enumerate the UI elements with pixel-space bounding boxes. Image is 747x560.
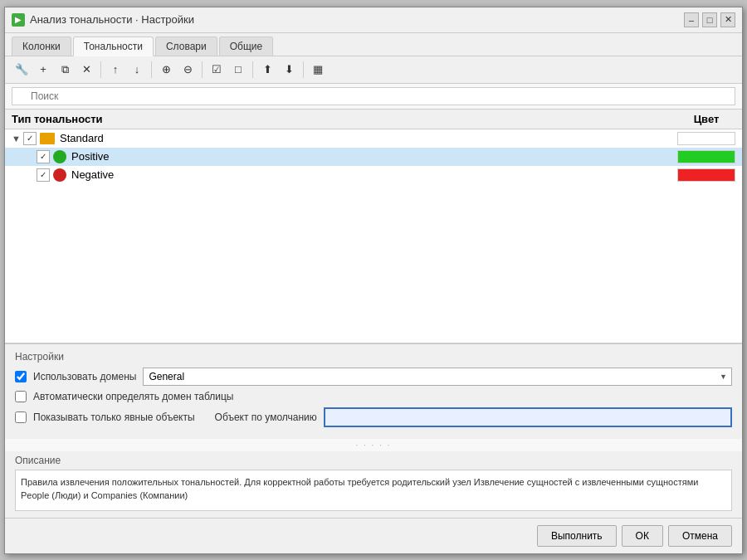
tab-content: 🔧 + ⧉ ✕ ↑ ↓ ⊕ ⊖ ☑ □ ⬆ ⬇ ▦ 🔍: [5, 56, 742, 553]
tool-import2-button[interactable]: ⊖: [178, 60, 198, 80]
default-object-input[interactable]: <general evaluation>: [324, 407, 732, 427]
tool-import1-button[interactable]: ⊕: [156, 60, 176, 80]
tool-add-button[interactable]: +: [33, 60, 53, 80]
footer: Выполнить ОК Отмена: [5, 518, 742, 553]
tab-tones[interactable]: Тональности: [73, 37, 154, 56]
toolbar-separator-3: [202, 61, 203, 78]
maximize-button[interactable]: □: [702, 12, 717, 27]
tree-row-standard[interactable]: ▼ Standard: [5, 129, 742, 148]
toolbar-separator-5: [303, 61, 304, 78]
color-negative: [677, 168, 735, 182]
tool-down-button[interactable]: ↓: [127, 60, 147, 80]
auto-detect-label: Автоматически определять домен таблицы: [33, 391, 233, 402]
auto-detect-checkbox[interactable]: [15, 391, 27, 402]
tree-header-name: Тип тональности: [12, 113, 677, 125]
tab-general[interactable]: Общие: [219, 37, 273, 56]
cancel-button[interactable]: Отмена: [668, 525, 732, 547]
tree-header-color: Цвет: [677, 113, 735, 125]
tab-columns[interactable]: Колонки: [12, 37, 71, 56]
toolbar-separator-2: [151, 61, 152, 78]
tool-grid-button[interactable]: ▦: [308, 60, 328, 80]
color-standard: [677, 132, 735, 145]
dots-separator: · · · · ·: [5, 439, 742, 451]
settings-title: Настройки: [15, 351, 732, 363]
execute-button[interactable]: Выполнить: [537, 525, 617, 547]
tool-upload-button[interactable]: ⬆: [257, 60, 277, 80]
color-positive: [677, 150, 735, 163]
label-standard: Standard: [60, 132, 677, 144]
icon-positive: [53, 150, 66, 163]
domain-select-wrap: General Finance Sports Technology: [143, 368, 732, 386]
tree-row-negative[interactable]: Negative: [5, 166, 742, 184]
show-explicit-label: Показывать только явные объекты: [33, 411, 195, 423]
search-bar: 🔍: [5, 84, 742, 110]
window-title: Анализ тональности · Настройки: [30, 13, 679, 26]
minimize-button[interactable]: –: [684, 12, 699, 27]
main-window: ▶ Анализ тональности · Настройки – □ ✕ К…: [4, 7, 743, 554]
checkbox-positive[interactable]: [37, 150, 50, 163]
use-domains-row: Использовать домены General Finance Spor…: [15, 368, 732, 386]
expand-arrow-standard[interactable]: ▼: [12, 134, 23, 144]
tab-bar: Колонки Тональности Словари Общие: [5, 33, 742, 56]
show-explicit-row: Показывать только явные объекты Объект п…: [15, 407, 732, 427]
tool-square-button[interactable]: □: [228, 60, 248, 80]
app-icon: ▶: [12, 13, 25, 27]
show-explicit-checkbox[interactable]: [15, 411, 27, 423]
tool-copy-button[interactable]: ⧉: [55, 60, 75, 80]
description-panel: Описание Правила извлечения положительны…: [5, 451, 742, 518]
ok-button[interactable]: ОК: [622, 525, 663, 547]
title-bar: ▶ Анализ тональности · Настройки – □ ✕: [5, 7, 742, 33]
close-button[interactable]: ✕: [720, 12, 735, 27]
use-domains-label: Использовать домены: [33, 371, 136, 382]
icon-negative: [53, 168, 66, 182]
tab-dicts[interactable]: Словари: [155, 37, 217, 56]
tool-download-button[interactable]: ⬇: [279, 60, 299, 80]
checkbox-standard[interactable]: [23, 132, 37, 145]
use-domains-checkbox[interactable]: [15, 371, 27, 382]
tree-header: Тип тональности Цвет: [5, 110, 742, 129]
domain-select[interactable]: General Finance Sports Technology: [143, 368, 732, 386]
toolbar-separator-1: [100, 61, 101, 78]
checkbox-negative[interactable]: [37, 168, 50, 182]
tree-row-positive[interactable]: Positive: [5, 148, 742, 166]
title-buttons: – □ ✕: [684, 12, 735, 27]
search-input[interactable]: [12, 87, 735, 105]
tool-check-button[interactable]: ☑: [207, 60, 227, 80]
toolbar: 🔧 + ⧉ ✕ ↑ ↓ ⊕ ⊖ ☑ □ ⬆ ⬇ ▦: [5, 56, 742, 84]
description-text: Правила извлечения положительных тональн…: [15, 470, 732, 511]
label-negative: Negative: [71, 168, 677, 181]
toolbar-separator-4: [252, 61, 253, 78]
settings-panel: Настройки Использовать домены General Fi…: [5, 343, 742, 439]
auto-detect-row: Автоматически определять домен таблицы: [15, 391, 732, 402]
label-positive: Positive: [71, 150, 677, 163]
tree-area: Тип тональности Цвет ▼ Standard Positive: [5, 110, 742, 343]
tool-delete-button[interactable]: ✕: [76, 60, 96, 80]
tool-up-button[interactable]: ↑: [105, 60, 125, 80]
tool-settings-icon[interactable]: 🔧: [12, 60, 32, 80]
search-wrap: 🔍: [12, 87, 735, 105]
icon-standard: [40, 133, 55, 144]
description-title: Описание: [15, 455, 732, 466]
default-object-label: Объект по умолчанию: [215, 411, 317, 423]
